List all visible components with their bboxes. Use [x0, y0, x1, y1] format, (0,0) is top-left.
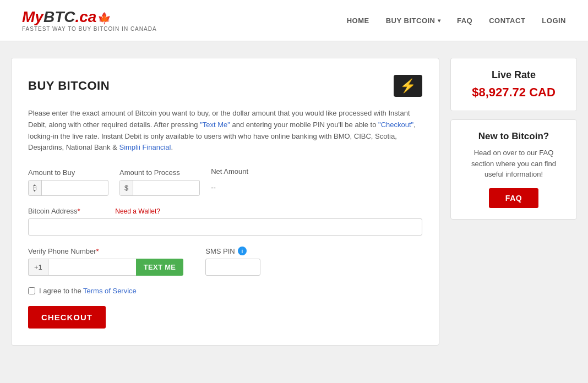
net-amount-label: Net Amount	[211, 167, 248, 176]
buy-bitcoin-panel: BUY BITCOIN ⚡ Please enter the exact amo…	[11, 58, 439, 346]
terms-of-service-link[interactable]: Terms of Service	[83, 287, 137, 295]
sms-pin-group: SMS PIN i	[205, 247, 260, 276]
right-panels: Live Rate $8,927.72 CAD New to Bitcoin? …	[450, 58, 577, 346]
phone-prefix: +1	[28, 259, 48, 276]
bitcoin-address-input[interactable]	[28, 218, 422, 236]
sms-pin-input[interactable]	[205, 259, 260, 276]
text-me-button[interactable]: TEXT ME	[136, 259, 183, 276]
amount-to-buy-label: Amount to Buy	[28, 168, 108, 177]
live-rate-card: Live Rate $8,927.72 CAD	[450, 58, 577, 111]
phone-input-wrapper: +1 TEXT ME	[28, 259, 183, 276]
checkout-link[interactable]: "Checkout"	[378, 121, 413, 129]
net-amount-group: Net Amount --	[211, 167, 248, 196]
bitcoin-address-row: Bitcoin Address* Need a Wallet?	[28, 207, 422, 236]
live-rate-value: $8,927.72 CAD	[462, 85, 565, 100]
sms-pin-label-text: SMS PIN	[205, 247, 235, 255]
terms-row: I agree to the Terms of Service	[28, 287, 422, 295]
new-to-bitcoin-card: New to Bitcoin? Head on over to our FAQ …	[450, 119, 577, 220]
dollar-prefix: $	[120, 180, 133, 195]
net-amount-value: --	[211, 179, 248, 196]
verify-phone-required: *	[96, 247, 99, 255]
nav-buy-bitcoin[interactable]: BUY BITCOIN	[386, 17, 440, 25]
amount-to-buy-input-wrapper: ₿	[28, 180, 108, 196]
amount-to-buy-input[interactable]	[42, 180, 108, 195]
verify-phone-group: Verify Phone Number* +1 TEXT ME	[28, 247, 183, 276]
simplii-link[interactable]: Simplii Financial	[119, 143, 171, 151]
amount-to-process-input[interactable]	[133, 180, 199, 195]
nav-home[interactable]: HOME	[347, 17, 369, 25]
verify-phone-label: Verify Phone Number*	[28, 247, 183, 255]
panel-description: Please enter the exact amount of Bitcoin…	[28, 108, 422, 154]
lightning-icon-container: ⚡	[394, 75, 422, 97]
bitcoin-address-label: Bitcoin Address* Need a Wallet?	[28, 207, 422, 215]
panel-header: BUY BITCOIN ⚡	[28, 75, 422, 97]
sms-info-icon[interactable]: i	[238, 247, 247, 255]
logo-my: My	[22, 8, 43, 25]
main-nav: HOME BUY BITCOIN FAQ CONTACT LOGIN	[347, 17, 566, 25]
logo: MyBTC.ca🍁 FASTEST WAY TO BUY BITCOIN IN …	[22, 9, 157, 32]
bitcoin-address-required: *	[78, 207, 80, 215]
amount-to-process-input-wrapper: $	[119, 180, 200, 196]
maple-leaf-icon: 🍁	[97, 12, 111, 24]
new-to-bitcoin-desc: Head on over to our FAQ section where yo…	[462, 147, 565, 180]
panel-title: BUY BITCOIN	[28, 79, 110, 93]
lightning-bolt-icon: ⚡	[400, 78, 416, 94]
site-header: MyBTC.ca🍁 FASTEST WAY TO BUY BITCOIN IN …	[0, 0, 588, 41]
logo-tagline: FASTEST WAY TO BUY BITCOIN IN CANADA	[22, 26, 157, 32]
main-content: BUY BITCOIN ⚡ Please enter the exact amo…	[0, 58, 588, 346]
logo-btc: BTC	[43, 8, 75, 25]
checkout-button[interactable]: CHECKOUT	[28, 306, 106, 329]
amount-to-process-label: Amount to Process	[119, 168, 200, 177]
amount-to-process-group: Amount to Process $	[119, 168, 200, 196]
phone-row: Verify Phone Number* +1 TEXT ME SMS PIN …	[28, 247, 422, 276]
amount-row: Amount to Buy ₿ Amount to Process $ Net …	[28, 167, 422, 196]
bitcoin-prefix: ₿	[29, 180, 42, 195]
bitcoin-address-group: Bitcoin Address* Need a Wallet?	[28, 207, 422, 236]
logo-ca: .ca	[75, 8, 96, 25]
live-rate-title: Live Rate	[462, 69, 565, 81]
terms-text: I agree to the Terms of Service	[39, 287, 137, 295]
amount-to-buy-group: Amount to Buy ₿	[28, 168, 108, 196]
text-me-link[interactable]: "Text Me"	[200, 121, 230, 129]
need-wallet-link[interactable]: Need a Wallet?	[115, 207, 160, 215]
new-to-bitcoin-title: New to Bitcoin?	[462, 131, 565, 142]
sms-pin-label-wrapper: SMS PIN i	[205, 247, 260, 255]
nav-contact[interactable]: CONTACT	[489, 17, 525, 25]
terms-checkbox[interactable]	[28, 287, 35, 294]
nav-faq[interactable]: FAQ	[457, 17, 472, 25]
faq-button[interactable]: FAQ	[489, 188, 538, 208]
phone-number-input[interactable]	[48, 259, 136, 276]
nav-login[interactable]: LOGIN	[542, 17, 566, 25]
